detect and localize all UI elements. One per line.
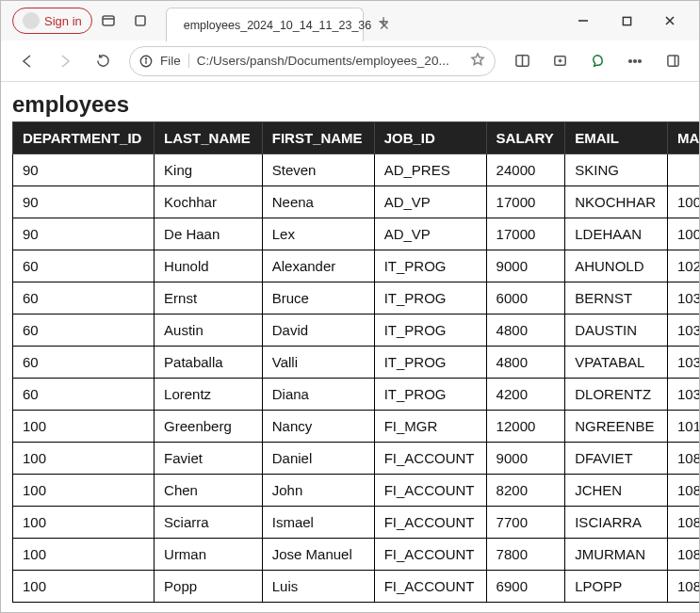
cell-salary: 12000: [486, 411, 565, 443]
table-row: 100SciarraIsmaelFI_ACCOUNT7700ISCIARRA10…: [13, 507, 700, 539]
window-controls: [562, 2, 692, 40]
cell-first-name: Jose Manuel: [262, 539, 374, 571]
browser-tab[interactable]: employees_2024_10_14_11_23_36 ✕: [166, 8, 364, 41]
cell-department-id: 90: [13, 154, 155, 186]
column-header: DEPARTMENT_ID: [13, 122, 155, 154]
cell-job-id: FI_ACCOUNT: [374, 539, 486, 571]
cell-last-name: King: [155, 154, 263, 186]
sign-in-button[interactable]: Sign in: [12, 8, 92, 34]
cell-department-id: 100: [13, 475, 155, 507]
cell-department-id: 60: [13, 379, 155, 411]
cell-manager-id: 108: [667, 571, 699, 603]
cell-job-id: IT_PROG: [374, 315, 486, 347]
table-row: 100GreenbergNancyFI_MGR12000NGREENBE101: [13, 411, 700, 443]
cell-job-id: AD_VP: [374, 186, 486, 218]
back-button[interactable]: [10, 44, 44, 78]
cell-salary: 4200: [486, 379, 565, 411]
cell-manager-id: 100: [667, 218, 699, 250]
employees-table: DEPARTMENT_IDLAST_NAMEFIRST_NAMEJOB_IDSA…: [12, 121, 699, 603]
address-bar[interactable]: File C:/Users/pansh/Documents/employees_…: [129, 46, 496, 76]
cell-first-name: Daniel: [262, 443, 374, 475]
cell-first-name: Lex: [262, 218, 374, 250]
close-tab-icon[interactable]: ✕: [379, 18, 390, 33]
table-row: 60ErnstBruceIT_PROG6000BERNST103: [13, 282, 700, 315]
extensions-icon[interactable]: [580, 44, 614, 78]
cell-department-id: 100: [13, 443, 155, 475]
table-row: 90KingStevenAD_PRES24000SKING: [13, 154, 700, 186]
maximize-button[interactable]: [605, 2, 648, 40]
cell-last-name: Pataballa: [155, 347, 263, 379]
table-row: 90De HaanLexAD_VP17000LDEHAAN100: [13, 218, 700, 250]
refresh-button[interactable]: [86, 44, 120, 78]
cell-last-name: Urman: [155, 539, 263, 571]
cell-first-name: Ismael: [262, 507, 374, 539]
cell-last-name: Greenberg: [155, 411, 263, 443]
cell-department-id: 100: [13, 411, 155, 443]
cell-job-id: IT_PROG: [374, 379, 486, 411]
cell-salary: 17000: [486, 186, 565, 218]
cell-email: DAUSTIN: [565, 315, 668, 347]
column-header: JOB_ID: [374, 122, 486, 154]
cell-manager-id: 108: [667, 443, 699, 475]
minimize-button[interactable]: [562, 2, 605, 40]
cell-first-name: Steven: [262, 154, 374, 186]
more-menu-icon[interactable]: [618, 44, 652, 78]
table-row: 100UrmanJose ManuelFI_ACCOUNT7800JMURMAN…: [13, 539, 700, 571]
url-scheme-label: File: [160, 54, 189, 68]
cell-manager-id: 108: [667, 539, 699, 571]
cell-salary: 7700: [486, 507, 565, 539]
cell-job-id: IT_PROG: [374, 347, 486, 379]
tab-title: employees_2024_10_14_11_23_36: [184, 19, 372, 32]
cell-salary: 9000: [486, 250, 565, 282]
close-window-button[interactable]: [648, 2, 692, 40]
cell-last-name: Lorentz: [155, 379, 263, 411]
cell-job-id: IT_PROG: [374, 282, 486, 315]
cell-last-name: Chen: [155, 475, 263, 507]
cell-salary: 4800: [486, 347, 565, 379]
cell-department-id: 60: [13, 250, 155, 282]
cell-first-name: Valli: [262, 347, 374, 379]
toolbar: File C:/Users/pansh/Documents/employees_…: [1, 40, 699, 82]
cell-manager-id: 102: [667, 250, 699, 282]
split-screen-icon[interactable]: [505, 44, 539, 78]
cell-last-name: Faviet: [155, 443, 263, 475]
cell-salary: 9000: [486, 443, 565, 475]
cell-email: BERNST: [565, 282, 668, 315]
cell-job-id: AD_VP: [374, 218, 486, 250]
cell-department-id: 100: [13, 571, 155, 603]
cell-job-id: FI_ACCOUNT: [374, 507, 486, 539]
favorite-icon[interactable]: [470, 52, 485, 70]
svg-point-9: [145, 57, 146, 58]
cell-manager-id: 100: [667, 186, 699, 218]
cell-salary: 4800: [486, 315, 565, 347]
sidebar-toggle-icon[interactable]: [656, 44, 690, 78]
cell-last-name: Sciarra: [155, 507, 263, 539]
cell-department-id: 60: [13, 315, 155, 347]
cell-email: JMURMAN: [565, 539, 668, 571]
cell-last-name: Popp: [155, 571, 263, 603]
page-viewport[interactable]: employees DEPARTMENT_IDLAST_NAMEFIRST_NA…: [1, 82, 699, 613]
cell-manager-id: [667, 154, 699, 186]
table-row: 100ChenJohnFI_ACCOUNT8200JCHEN108: [13, 475, 700, 507]
svg-rect-0: [103, 16, 114, 25]
collections-icon[interactable]: [543, 44, 577, 78]
cell-email: NKOCHHAR: [565, 186, 668, 218]
cell-salary: 17000: [486, 218, 565, 250]
page-title: employees: [12, 91, 688, 118]
svg-point-16: [634, 59, 637, 62]
svg-point-17: [639, 59, 642, 62]
sign-in-label: Sign in: [44, 14, 82, 28]
svg-rect-4: [623, 17, 630, 24]
cell-job-id: FI_ACCOUNT: [374, 571, 486, 603]
cell-job-id: FI_ACCOUNT: [374, 475, 486, 507]
tab-actions-icon[interactable]: [124, 5, 156, 37]
cell-first-name: John: [262, 475, 374, 507]
workspaces-icon[interactable]: [92, 5, 124, 37]
svg-point-15: [629, 59, 632, 62]
cell-salary: 7800: [486, 539, 565, 571]
svg-rect-2: [136, 16, 145, 25]
cell-first-name: Bruce: [262, 282, 374, 315]
cell-first-name: David: [262, 315, 374, 347]
cell-salary: 6900: [486, 571, 565, 603]
cell-salary: 6000: [486, 282, 565, 315]
